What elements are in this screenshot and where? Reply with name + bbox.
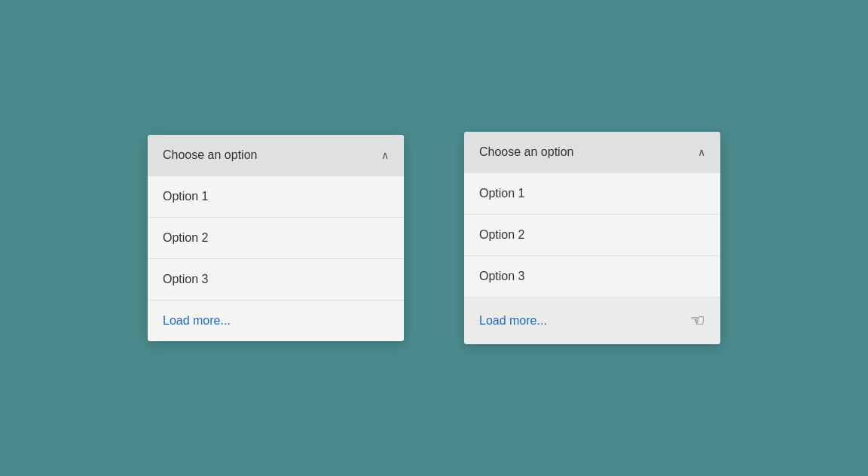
dropdown-left-header[interactable]: Choose an option ∧ bbox=[148, 135, 404, 175]
dropdown-right-load-more[interactable]: Load more... ☜ bbox=[464, 297, 720, 344]
option-3-label: Option 3 bbox=[163, 273, 208, 286]
dropdown-right-option-3[interactable]: Option 3 bbox=[464, 255, 720, 297]
dropdown-right-option-1[interactable]: Option 1 bbox=[464, 172, 720, 214]
load-more-label: Load more... bbox=[479, 314, 547, 328]
option-2-label: Option 2 bbox=[163, 231, 208, 245]
dropdown-left-load-more[interactable]: Load more... bbox=[148, 300, 404, 341]
option-2-label: Option 2 bbox=[479, 228, 524, 242]
option-1-label: Option 1 bbox=[163, 190, 208, 203]
option-1-label: Option 1 bbox=[479, 187, 524, 200]
load-more-label: Load more... bbox=[163, 314, 231, 328]
dropdown-left-option-3[interactable]: Option 3 bbox=[148, 258, 404, 300]
chevron-up-icon: ∧ bbox=[381, 149, 389, 161]
pointer-cursor-icon: ☜ bbox=[690, 311, 705, 331]
chevron-up-icon: ∧ bbox=[698, 146, 705, 158]
dropdown-left-header-text: Choose an option bbox=[163, 148, 257, 162]
option-3-label: Option 3 bbox=[479, 270, 524, 283]
dropdown-left-option-2[interactable]: Option 2 bbox=[148, 217, 404, 258]
dropdown-right-option-2[interactable]: Option 2 bbox=[464, 214, 720, 255]
dropdown-right-header-text: Choose an option bbox=[479, 145, 573, 159]
dropdown-right-header[interactable]: Choose an option ∧ bbox=[464, 132, 720, 172]
dropdown-left-option-1[interactable]: Option 1 bbox=[148, 175, 404, 217]
dropdown-right: Choose an option ∧ Option 1 Option 2 Opt… bbox=[464, 132, 720, 344]
dropdown-left: Choose an option ∧ Option 1 Option 2 Opt… bbox=[148, 135, 404, 341]
